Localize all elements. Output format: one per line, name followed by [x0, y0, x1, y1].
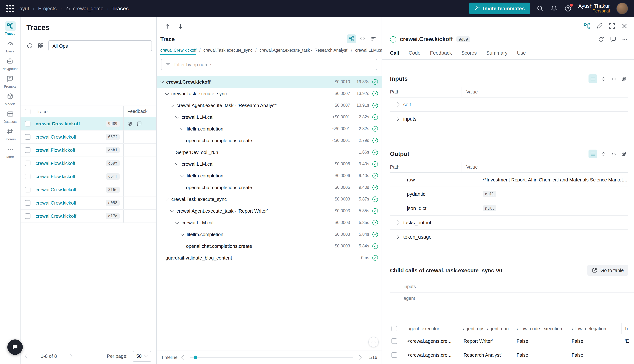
tree-row[interactable]: crewai.LLM.call $0.0006 9.40s	[157, 158, 382, 170]
timeline-next-icon[interactable]	[357, 355, 362, 360]
next-call-icon[interactable]	[176, 22, 185, 31]
fullscreen-icon[interactable]	[608, 22, 616, 30]
chevron-down-icon[interactable]	[170, 208, 174, 212]
trace-link[interactable]: crewai.Crew.kickoff	[36, 187, 106, 192]
comment-feedback-icon[interactable]	[137, 121, 142, 126]
select-all-checkbox[interactable]	[25, 109, 31, 114]
invite-teammates-button[interactable]: Invite teammates	[469, 2, 530, 14]
tab-summary[interactable]: Summary	[486, 50, 508, 60]
sidebar-item-traces[interactable]: Traces	[5, 21, 16, 36]
input-row-inputs[interactable]: inputs	[390, 112, 628, 126]
column-header[interactable]: agent_ops_agent_nan	[459, 323, 513, 334]
trace-link[interactable]: crewai.Flow.kickoff	[36, 160, 106, 166]
tree-row[interactable]: crewai.LLM.call <$0.0001 2.82s	[157, 111, 382, 123]
tree-row[interactable]: openai.chat.completions.create $0.0006 9…	[157, 182, 382, 193]
tree-row[interactable]: SerperDevTool._run 1.66s	[157, 146, 382, 158]
timeline-slider-handle[interactable]	[194, 356, 197, 359]
sidebar-item-models[interactable]: Models	[5, 92, 16, 106]
tree-view-icon[interactable]	[347, 34, 356, 43]
column-header[interactable]: allow_delegation	[568, 323, 621, 334]
stack-tab[interactable]: crewai.Crew.kickoff	[160, 48, 196, 55]
chevron-down-icon[interactable]	[175, 220, 179, 224]
view-settings-icon[interactable]	[38, 42, 44, 49]
breadcrumb-project[interactable]: crewai_demo	[73, 6, 104, 11]
tab-call[interactable]: Call	[390, 50, 399, 60]
tree-row[interactable]: openai.chat.completions.create $0.0003 5…	[157, 240, 382, 252]
row-checkbox[interactable]	[392, 338, 397, 344]
table-row[interactable]: <crewai.agents.cre... 'Research Analyst'…	[390, 348, 634, 362]
expand-rows-icon[interactable]	[599, 74, 607, 83]
tree-row[interactable]: crewai.Task.execute_sync $0.0007 13.92s	[157, 88, 382, 99]
sidebar-item-datasets[interactable]: Datasets	[4, 109, 17, 124]
tree-row[interactable]: crewai.Agent.execute_task - 'Research An…	[157, 99, 382, 111]
tab-scores[interactable]: Scores	[461, 50, 477, 60]
hide-values-icon[interactable]	[619, 74, 628, 83]
prev-call-icon[interactable]	[163, 22, 172, 31]
sidebar-item-more[interactable]: More	[5, 144, 16, 159]
row-checkbox[interactable]	[25, 200, 31, 206]
chevron-down-icon[interactable]	[175, 161, 179, 166]
code-view-icon[interactable]	[358, 34, 367, 43]
notifications-bell-icon[interactable]	[550, 5, 558, 12]
stack-tab[interactable]: crewai.LLM.cal	[355, 48, 382, 55]
sidebar-item-prompts[interactable]: Prompts	[4, 74, 16, 88]
breadcrumb-entity[interactable]: ayut	[20, 6, 29, 11]
chevron-right-icon[interactable]	[395, 117, 400, 121]
chevron-right-icon[interactable]	[395, 102, 400, 107]
user-menu[interactable]: Ayush Thakur Personal	[578, 3, 610, 14]
table-row[interactable]: crewai.Crew.kickoff a17d	[21, 210, 156, 223]
row-checkbox[interactable]	[25, 174, 31, 179]
column-header[interactable]: agent_executor	[404, 323, 459, 334]
table-row[interactable]: <crewai.agents.cre... 'Report Writer' Fa…	[390, 334, 634, 348]
support-chat-button[interactable]	[7, 340, 23, 355]
close-icon[interactable]	[621, 22, 628, 30]
emoji-feedback-icon[interactable]	[127, 121, 133, 126]
ops-filter-dropdown[interactable]: All Ops	[49, 40, 152, 51]
tree-row[interactable]: litellm.completion $0.0003 5.84s	[157, 228, 382, 240]
tab-feedback[interactable]: Feedback	[430, 50, 452, 60]
comment-icon[interactable]	[610, 36, 616, 42]
next-page-icon[interactable]	[68, 354, 73, 358]
table-row[interactable]: crewai.Crew.kickoff 316c	[21, 183, 156, 196]
show-in-tree-icon[interactable]	[583, 22, 591, 30]
chevron-down-icon[interactable]	[165, 91, 169, 95]
sidebar-item-scorers[interactable]: Scorers	[5, 127, 16, 141]
chevron-down-icon[interactable]	[175, 114, 179, 118]
input-row-self[interactable]: self	[390, 98, 628, 112]
table-row[interactable]: crewai.Flow.kickoff eab1	[21, 144, 156, 157]
collapse-timeline-button[interactable]	[368, 337, 379, 347]
raw-output-value[interactable]: **Investment Report: AI in Chemical and …	[483, 177, 628, 182]
refresh-icon[interactable]	[27, 42, 33, 49]
hide-values-icon[interactable]	[619, 150, 628, 158]
tree-row[interactable]: openai.chat.completions.create <$0.0001 …	[157, 134, 382, 146]
table-row[interactable]: crewai.Crew.kickoff 657f	[21, 130, 156, 144]
timeline-prev-icon[interactable]	[181, 355, 186, 360]
chevron-right-icon[interactable]	[395, 220, 400, 225]
chevron-down-icon[interactable]	[165, 196, 169, 201]
code-format-icon[interactable]	[609, 74, 618, 83]
trace-link[interactable]: crewai.Flow.kickoff	[36, 147, 106, 153]
row-checkbox[interactable]	[392, 352, 397, 358]
edit-icon[interactable]	[596, 22, 603, 30]
go-to-table-button[interactable]: Go to table	[587, 265, 628, 276]
chevron-down-icon[interactable]	[180, 232, 185, 236]
code-format-icon[interactable]	[609, 150, 618, 158]
search-icon[interactable]	[536, 5, 544, 12]
call-id-badge[interactable]: 9d89	[456, 36, 470, 42]
column-header[interactable]: b	[621, 323, 634, 334]
row-checkbox[interactable]	[25, 121, 31, 126]
tab-use[interactable]: Use	[517, 50, 526, 60]
tree-row[interactable]: crewai.LLM.call $0.0003 5.85s	[157, 217, 382, 228]
chevron-down-icon[interactable]	[180, 126, 185, 130]
overflow-menu-icon[interactable]	[621, 36, 628, 42]
per-page-select[interactable]: 50	[133, 350, 151, 362]
column-header-trace[interactable]: Trace	[36, 109, 123, 114]
row-checkbox[interactable]	[25, 187, 31, 192]
wandb-logo-icon[interactable]	[5, 4, 15, 14]
stack-tab[interactable]: crewai.Task.execute_sync	[203, 48, 252, 55]
help-icon[interactable]	[564, 5, 572, 12]
chevron-right-icon[interactable]	[395, 235, 400, 239]
row-checkbox[interactable]	[25, 134, 31, 140]
chevron-down-icon[interactable]	[180, 173, 185, 177]
text-view-icon[interactable]	[588, 74, 597, 83]
